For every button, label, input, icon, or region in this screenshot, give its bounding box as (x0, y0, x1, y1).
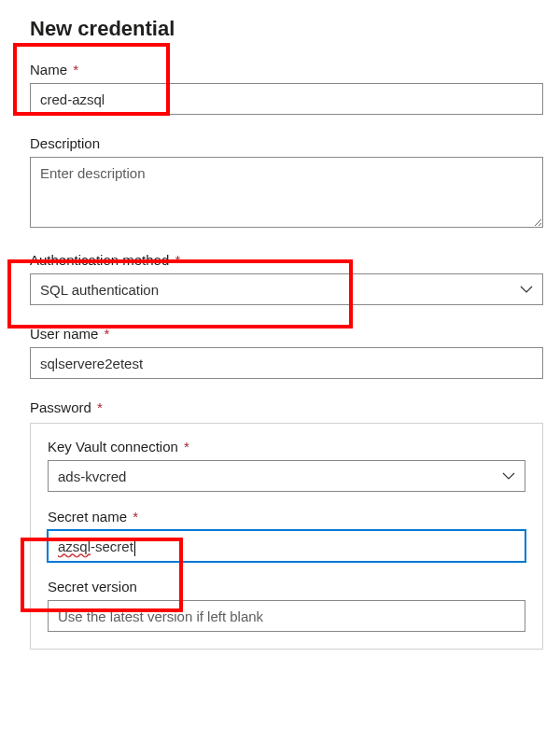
password-label: Password * (30, 399, 543, 415)
name-input[interactable] (30, 83, 543, 115)
required-asterisk: * (97, 399, 103, 415)
password-label-text: Password (30, 399, 91, 415)
secret-name-value-prefix: azsql (58, 538, 91, 554)
secret-name-label-text: Secret name (48, 509, 127, 524)
secret-name-input[interactable]: azsql-secret (48, 530, 525, 562)
username-label: User name * (30, 326, 543, 342)
description-textarea[interactable] (30, 157, 543, 228)
kv-connection-label: Key Vault connection * (48, 439, 525, 454)
required-asterisk: * (133, 509, 138, 524)
auth-method-label: Authentication method * (30, 252, 543, 268)
password-section: Password * Key Vault connection * ads-kv… (30, 399, 543, 650)
kv-connection-selected: ads-kvcred (58, 468, 495, 484)
description-label: Description (30, 135, 543, 151)
secret-version-input[interactable] (48, 600, 525, 632)
description-field: Description (30, 135, 543, 231)
text-caret (134, 539, 135, 556)
required-asterisk: * (175, 252, 180, 268)
name-label: Name * (30, 62, 543, 77)
auth-method-selected: SQL authentication (40, 282, 512, 298)
secret-name-label: Secret name * (48, 509, 525, 524)
required-asterisk: * (73, 62, 78, 77)
username-field: User name * (30, 326, 543, 379)
chevron-down-icon (520, 283, 533, 296)
auth-method-label-text: Authentication method (30, 252, 169, 268)
kv-connection-select[interactable]: ads-kvcred (48, 460, 525, 492)
kv-connection-label-text: Key Vault connection (48, 439, 178, 454)
required-asterisk: * (105, 326, 110, 342)
required-asterisk: * (184, 439, 189, 454)
username-label-text: User name (30, 326, 98, 342)
secret-version-field: Secret version (48, 579, 525, 632)
secret-version-label: Secret version (48, 579, 525, 594)
auth-method-select[interactable]: SQL authentication (30, 273, 543, 305)
description-label-text: Description (30, 135, 100, 151)
secret-version-label-text: Secret version (48, 579, 137, 594)
name-field: Name * (30, 62, 543, 115)
page-title: New credential (30, 17, 543, 41)
password-panel: Key Vault connection * ads-kvcred Secret… (30, 423, 543, 650)
name-label-text: Name (30, 62, 67, 77)
chevron-down-icon (502, 469, 515, 482)
auth-method-field: Authentication method * SQL authenticati… (30, 252, 543, 305)
secret-name-value-suffix: -secret (91, 538, 133, 554)
secret-name-field: Secret name * azsql-secret (48, 509, 525, 562)
kv-connection-field: Key Vault connection * ads-kvcred (48, 439, 525, 492)
username-input[interactable] (30, 347, 543, 379)
